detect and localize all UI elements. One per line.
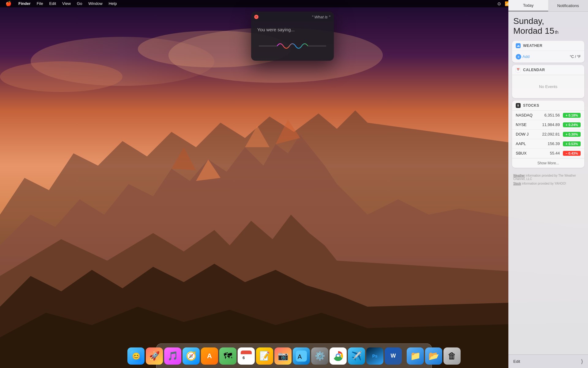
stock-row-sbux[interactable]: SBUX 55.44 – 0.43% <box>512 149 584 158</box>
nc-date: Sunday, Mordad 15th <box>508 12 588 38</box>
calendar-no-events: No Events <box>512 75 584 98</box>
stock-attribution: Stock information provided by YAHOO! <box>513 182 583 185</box>
menu-go[interactable]: Go <box>74 0 85 7</box>
dock: 😊 🚀 🎵 🧭 A 🗺 6 📝 📷 A ⚙️ ✈️ Ps W 📁 📂 🗑 <box>156 343 432 368</box>
menu-edit[interactable]: Edit <box>47 0 58 7</box>
dock-item-photos[interactable]: 📷 <box>274 347 292 365</box>
stock-badge-nasdaq: + 0.18% <box>563 113 581 118</box>
apple-menu[interactable]: 🍎 <box>2 0 15 7</box>
dock-item-folder1[interactable]: 📁 <box>407 347 424 365</box>
stock-name-sbux: SBUX <box>516 151 537 155</box>
dock-item-chrome[interactable] <box>330 347 347 365</box>
stock-name-aapl: AAPL <box>516 141 537 146</box>
weather-widget: ☁ WEATHER + Add °C / °F <box>512 41 584 63</box>
stock-row-dowj[interactable]: DOW J 22,092.81 + 0.30% <box>512 130 584 139</box>
stock-value-nasdaq: 6,351.56 <box>537 113 560 117</box>
nc-collapse-icon[interactable]: ⟩ <box>581 358 583 365</box>
stock-row-nyse[interactable]: NYSE 11,984.89 + 0.24% <box>512 120 584 130</box>
nc-edit-button[interactable]: Edit <box>513 359 520 364</box>
svg-text:6: 6 <box>243 355 245 360</box>
weather-widget-label: WEATHER <box>523 44 542 48</box>
stock-row-nasdaq[interactable]: NASDAQ 6,351.56 + 0.18% <box>512 111 584 120</box>
nc-date-monthday: Mordad 15th <box>513 26 583 36</box>
stock-name-nasdaq: NASDAQ <box>516 113 537 117</box>
stocks-widget-header: $ STOCKS <box>512 101 584 111</box>
weather-add-button[interactable]: + Add <box>516 54 530 59</box>
stocks-widget: $ STOCKS NASDAQ 6,351.56 + 0.18% NYSE 11… <box>512 101 584 168</box>
calendar-widget-icon: 📅 <box>516 67 521 72</box>
nc-date-dayname: Sunday, <box>513 17 583 26</box>
weather-unit[interactable]: °C / °F <box>570 55 581 59</box>
dock-item-itunes[interactable]: 🎵 <box>164 347 181 365</box>
stock-attribution-link[interactable]: Stock <box>513 182 521 185</box>
stock-badge-aapl: + 0.53% <box>563 141 581 146</box>
nc-date-month: Mordad 15 <box>513 26 554 36</box>
menu-help[interactable]: Help <box>106 0 119 7</box>
stock-attribution-text: information provided by YAHOO! <box>521 182 566 185</box>
stocks-widget-label: STOCKS <box>523 103 539 108</box>
svg-text:😊: 😊 <box>132 352 141 360</box>
add-circle-icon: + <box>516 54 521 59</box>
menu-file[interactable]: File <box>34 0 46 7</box>
stock-value-sbux: 55.44 <box>537 151 560 155</box>
dock-item-safari[interactable]: 🧭 <box>183 347 200 365</box>
weather-celsius: °C <box>570 55 574 59</box>
dock-item-calendar[interactable]: 6 <box>238 347 255 365</box>
siri-query: " What is " <box>312 15 330 19</box>
calendar-widget-label: CALENDAR <box>523 68 545 72</box>
menubar: 🍎 Finder File Edit View Go Window Help ⊙… <box>0 0 588 7</box>
weather-attribution: Weather information provided by The Weat… <box>513 174 583 181</box>
weather-separator: / <box>575 55 577 59</box>
stocks-widget-icon: $ <box>516 103 521 108</box>
stock-badge-nyse: + 0.24% <box>563 122 581 127</box>
svg-point-3 <box>0 61 123 92</box>
dock-item-systemprefs[interactable]: ⚙️ <box>311 347 328 365</box>
dock-item-trash[interactable]: 🗑 <box>443 347 461 365</box>
dock-item-finder[interactable]: 😊 <box>127 347 145 365</box>
show-more-button[interactable]: Show More... <box>512 158 584 168</box>
stock-badge-dowj: + 0.30% <box>563 132 581 137</box>
weather-add-row: + Add °C / °F <box>512 51 584 63</box>
stock-row-aapl[interactable]: AAPL 156.39 + 0.53% <box>512 139 584 149</box>
nc-edit-bar: Edit ⟩ <box>508 355 588 368</box>
calendar-widget-header: 📅 CALENDAR <box>512 65 584 75</box>
app-name[interactable]: Finder <box>16 0 33 7</box>
siri-subtitle: You were saying... <box>257 27 295 32</box>
nc-tabs: Today Notifications <box>508 0 588 12</box>
dock-item-appstore[interactable]: A <box>293 347 310 365</box>
menu-view[interactable]: View <box>60 0 73 7</box>
dock-item-stickies[interactable]: 📝 <box>256 347 273 365</box>
svg-rect-11 <box>241 352 252 354</box>
weather-add-label: Add <box>522 54 530 59</box>
svg-text:A: A <box>298 353 302 360</box>
menubar-left: 🍎 Finder File Edit View Go Window Help <box>2 0 119 7</box>
siri-wave-animation <box>259 40 326 52</box>
stock-value-dowj: 22,092.81 <box>537 132 560 136</box>
dock-item-folder2[interactable]: 📂 <box>425 347 442 365</box>
stock-badge-sbux: – 0.43% <box>563 151 581 156</box>
siri-window: ✕ " What is " You were saying... <box>251 12 334 61</box>
tab-today[interactable]: Today <box>508 0 548 11</box>
nc-date-sup: th <box>555 30 559 35</box>
svg-point-1 <box>31 37 214 86</box>
menu-window[interactable]: Window <box>86 0 105 7</box>
weather-fahrenheit: °F <box>577 55 581 59</box>
weather-widget-header: ☁ WEATHER <box>512 41 584 51</box>
dock-item-launchpad[interactable]: 🚀 <box>146 347 163 365</box>
airdrop-icon: ⊙ <box>496 1 502 6</box>
weather-widget-icon: ☁ <box>516 43 521 48</box>
tab-notifications[interactable]: Notifications <box>548 0 588 11</box>
weather-attribution-link[interactable]: Weather <box>513 174 525 177</box>
dock-item-telegram[interactable]: ✈️ <box>348 347 365 365</box>
dock-item-fontbook[interactable]: A <box>201 347 218 365</box>
calendar-widget: 📅 CALENDAR No Events <box>512 65 584 98</box>
siri-close-button[interactable]: ✕ <box>254 15 258 19</box>
stock-name-dowj: DOW J <box>516 132 537 136</box>
stock-name-nyse: NYSE <box>516 122 537 127</box>
dock-item-word[interactable]: W <box>385 347 402 365</box>
dock-item-photoshop[interactable]: Ps <box>366 347 383 365</box>
nc-footer: Weather information provided by The Weat… <box>508 170 588 189</box>
stock-value-aapl: 156.39 <box>537 141 560 146</box>
notification-center: Today Notifications Sunday, Mordad 15th … <box>508 0 588 368</box>
dock-item-maps[interactable]: 🗺 <box>219 347 236 365</box>
